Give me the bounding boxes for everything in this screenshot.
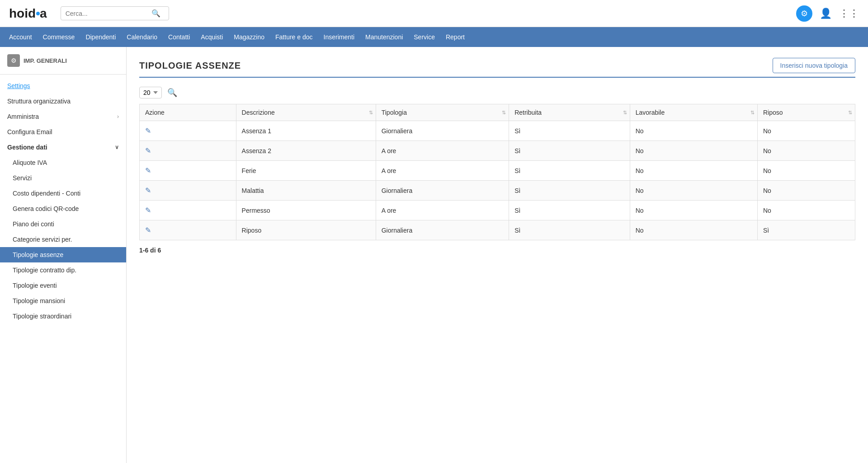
- sidebar-item-amministra[interactable]: Amministra›: [0, 109, 126, 124]
- descrizione-cell: Assenza 1: [236, 121, 376, 141]
- page-title-row: TIPOLOGIE ASSENZE Inserisci nuova tipolo…: [139, 58, 855, 73]
- content-wrapper: ⚙ IMP. GENERALI SettingsStruttura organi…: [0, 47, 868, 463]
- col-azione: Azione: [140, 104, 236, 121]
- settings-icon[interactable]: ⚙: [796, 5, 812, 22]
- sort-icon: ⇅: [502, 110, 506, 116]
- edit-icon[interactable]: ✎: [145, 187, 151, 194]
- sort-icon: ⇅: [848, 110, 852, 116]
- header-right: ⚙ 👤 ⋮⋮: [796, 5, 859, 22]
- col-riposo[interactable]: Riposo⇅: [757, 104, 855, 121]
- sidebar-item-aliquote-iva[interactable]: Aliquote IVA: [0, 155, 126, 170]
- nav-item-magazzino[interactable]: Magazzino: [234, 33, 264, 41]
- lavorabile-cell: No: [630, 121, 757, 141]
- sidebar-item-categorie-servizi-per.[interactable]: Categorie servizi per.: [0, 232, 126, 247]
- edit-icon[interactable]: ✎: [145, 167, 151, 174]
- title-divider: [139, 77, 855, 78]
- apps-icon[interactable]: ⋮⋮: [839, 8, 859, 19]
- table-row: ✎PermessoA oreSìNoNo: [140, 201, 855, 220]
- tipologia-cell: A ore: [376, 161, 509, 181]
- lavorabile-cell: No: [630, 141, 757, 161]
- insert-tipologia-button[interactable]: Inserisci nuova tipologia: [773, 58, 855, 73]
- descrizione-cell: Ferie: [236, 161, 376, 181]
- retribuita-cell: Sì: [509, 121, 630, 141]
- sidebar-item-struttura-organizzativa[interactable]: Struttura organizzativa: [0, 94, 126, 109]
- sidebar-item-gestione-dati[interactable]: Gestione dati∨: [0, 140, 126, 155]
- chevron-right-icon: ›: [117, 113, 119, 120]
- sort-icon: ⇅: [623, 110, 627, 116]
- data-table: AzioneDescrizione⇅Tipologia⇅Retribuita⇅L…: [139, 104, 855, 240]
- top-header: hoida 🔍 ⚙ 👤 ⋮⋮: [0, 0, 868, 27]
- retribuita-cell: Sì: [509, 161, 630, 181]
- sidebar-item-tipologie-contratto-dip.[interactable]: Tipologie contratto dip.: [0, 262, 126, 278]
- retribuita-cell: Sì: [509, 181, 630, 201]
- col-descrizione[interactable]: Descrizione⇅: [236, 104, 376, 121]
- nav-item-acquisti[interactable]: Acquisti: [201, 33, 223, 41]
- tipologia-cell: Giornaliera: [376, 181, 509, 201]
- main-nav: AccountCommesseDipendentiCalendarioConta…: [0, 27, 868, 47]
- page-size-select[interactable]: 20: [139, 87, 162, 98]
- table-search-icon[interactable]: 🔍: [167, 88, 177, 98]
- sidebar-item-tipologie-eventi[interactable]: Tipologie eventi: [0, 278, 126, 293]
- descrizione-cell: Riposo: [236, 220, 376, 240]
- nav-item-dipendenti[interactable]: Dipendenti: [85, 33, 116, 41]
- sidebar-item-settings[interactable]: Settings: [0, 78, 126, 94]
- nav-item-commesse[interactable]: Commesse: [43, 33, 75, 41]
- table-row: ✎Assenza 1GiornalieraSìNoNo: [140, 121, 855, 141]
- sidebar-item-tipologie-assenze[interactable]: Tipologie assenze: [0, 247, 126, 262]
- lavorabile-cell: No: [630, 181, 757, 201]
- retribuita-cell: Sì: [509, 220, 630, 240]
- col-tipologia[interactable]: Tipologia⇅: [376, 104, 509, 121]
- sidebar-item-genera-codici-qr-code[interactable]: Genera codici QR-code: [0, 201, 126, 216]
- table-row: ✎Assenza 2A oreSìNoNo: [140, 141, 855, 161]
- table-row: ✎FerieA oreSìNoNo: [140, 161, 855, 181]
- sidebar-item-configura-email[interactable]: Configura Email: [0, 124, 126, 140]
- nav-item-manutenzioni[interactable]: Manutenzioni: [365, 33, 403, 41]
- sidebar-gear-icon: ⚙: [7, 54, 20, 67]
- riposo-cell: No: [757, 141, 855, 161]
- nav-item-fatture-e-doc[interactable]: Fatture e doc: [275, 33, 313, 41]
- sidebar-item-servizi[interactable]: Servizi: [0, 170, 126, 186]
- riposo-cell: No: [757, 121, 855, 141]
- edit-icon[interactable]: ✎: [145, 147, 151, 154]
- col-lavorabile[interactable]: Lavorabile⇅: [630, 104, 757, 121]
- tipologia-cell: Giornaliera: [376, 121, 509, 141]
- nav-item-report[interactable]: Report: [446, 33, 465, 41]
- action-cell: ✎: [140, 161, 236, 181]
- sidebar-item-piano-dei-conti[interactable]: Piano dei conti: [0, 216, 126, 232]
- nav-item-account[interactable]: Account: [9, 33, 32, 41]
- riposo-cell: Sì: [757, 220, 855, 240]
- lavorabile-cell: No: [630, 220, 757, 240]
- sort-icon: ⇅: [750, 110, 755, 116]
- lavorabile-cell: No: [630, 201, 757, 220]
- main-content: TIPOLOGIE ASSENZE Inserisci nuova tipolo…: [127, 47, 868, 463]
- sidebar-item-tipologie-straordinari[interactable]: Tipologie straordinari: [0, 309, 126, 324]
- search-input[interactable]: [66, 10, 151, 17]
- action-cell: ✎: [140, 121, 236, 141]
- nav-item-inserimenti[interactable]: Inserimenti: [324, 33, 354, 41]
- edit-icon[interactable]: ✎: [145, 206, 151, 214]
- table-toolbar: 20 🔍: [139, 87, 855, 98]
- descrizione-cell: Assenza 2: [236, 141, 376, 161]
- sidebar: ⚙ IMP. GENERALI SettingsStruttura organi…: [0, 47, 127, 463]
- riposo-cell: No: [757, 201, 855, 220]
- search-button[interactable]: 🔍: [151, 9, 160, 18]
- retribuita-cell: Sì: [509, 141, 630, 161]
- sidebar-item-costo-dipendenti---conti[interactable]: Costo dipendenti - Conti: [0, 186, 126, 201]
- col-retribuita[interactable]: Retribuita⇅: [509, 104, 630, 121]
- edit-icon[interactable]: ✎: [145, 127, 151, 135]
- nav-item-calendario[interactable]: Calendario: [127, 33, 157, 41]
- table-row: ✎MalattiaGiornalieraSìNoNo: [140, 181, 855, 201]
- nav-item-service[interactable]: Service: [414, 33, 435, 41]
- tipologia-cell: A ore: [376, 201, 509, 220]
- descrizione-cell: Permesso: [236, 201, 376, 220]
- riposo-cell: No: [757, 181, 855, 201]
- user-icon[interactable]: 👤: [820, 8, 832, 19]
- action-cell: ✎: [140, 220, 236, 240]
- nav-item-contatti[interactable]: Contatti: [168, 33, 190, 41]
- edit-icon[interactable]: ✎: [145, 226, 151, 234]
- chevron-down-icon: ∨: [115, 144, 119, 150]
- logo-dot: [36, 12, 40, 15]
- search-bar: 🔍: [61, 6, 169, 20]
- sidebar-header: ⚙ IMP. GENERALI: [0, 47, 126, 75]
- sidebar-item-tipologie-mansioni[interactable]: Tipologie mansioni: [0, 293, 126, 309]
